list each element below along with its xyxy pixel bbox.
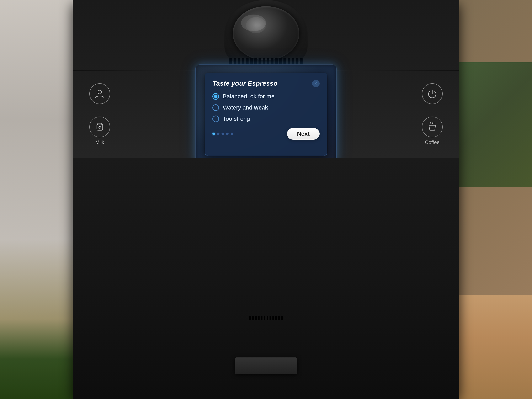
coffee-button[interactable]: Coffee <box>422 117 443 145</box>
person-icon <box>94 88 105 99</box>
vent-lower <box>204 316 328 320</box>
milk-icon-circle <box>89 117 110 137</box>
power-icon <box>427 88 438 99</box>
option-strong[interactable]: Too strong <box>212 115 320 122</box>
bottom-section <box>73 158 459 399</box>
scene: Milk Taste your Espresso × <box>0 0 532 399</box>
taste-options: Balanced, ok for me Watery and weak Too … <box>212 93 320 122</box>
vent-slot <box>272 316 274 320</box>
dot-1 <box>212 133 215 135</box>
vent-slot <box>281 316 283 320</box>
power-icon-circle <box>422 83 443 104</box>
dialog-header: Taste your Espresso × <box>212 80 320 87</box>
taste-dialog: Taste your Espresso × Balanced, ok for m… <box>205 73 327 156</box>
vent-slot <box>267 316 268 320</box>
drip-tray <box>235 357 297 374</box>
grinder-area <box>224 0 308 66</box>
touchscreen[interactable]: Taste your Espresso × Balanced, ok for m… <box>195 64 337 164</box>
dot-5 <box>231 133 233 135</box>
option-watery-label: Watery and weak <box>223 104 268 111</box>
option-balanced-label: Balanced, ok for me <box>223 93 274 100</box>
dot-3 <box>222 133 224 135</box>
vent-slot <box>275 316 277 320</box>
svg-point-0 <box>241 14 266 31</box>
profile-button[interactable] <box>89 83 110 104</box>
background-left <box>0 0 79 399</box>
radio-balanced[interactable] <box>212 93 219 100</box>
milk-icon <box>94 121 106 133</box>
vent-slot <box>270 316 271 320</box>
vent-slot <box>258 316 260 320</box>
dot-2 <box>217 133 219 135</box>
vent-slot <box>252 316 254 320</box>
vent-slot <box>261 316 262 320</box>
dialog-footer: Next <box>212 128 320 140</box>
coffee-icon <box>426 121 438 133</box>
vent-slot <box>278 316 280 320</box>
machine-body: Milk Taste your Espresso × <box>73 0 459 399</box>
close-button[interactable]: × <box>312 80 320 87</box>
option-watery[interactable]: Watery and weak <box>212 104 320 111</box>
grinder-top <box>233 6 299 60</box>
vent-slot <box>255 316 257 320</box>
vent-slot <box>249 316 251 320</box>
radio-watery[interactable] <box>212 104 219 111</box>
grinder-reflection <box>233 6 299 60</box>
control-panel: Milk Taste your Espresso × <box>73 71 459 158</box>
coffee-button-label: Coffee <box>425 139 439 145</box>
milk-button[interactable]: Milk <box>89 117 110 145</box>
option-strong-label: Too strong <box>223 115 250 122</box>
profile-icon-circle <box>89 83 110 104</box>
dialog-title: Taste your Espresso <box>212 80 278 87</box>
option-balanced[interactable]: Balanced, ok for me <box>212 93 320 100</box>
power-button[interactable] <box>422 83 443 104</box>
svg-point-1 <box>98 90 102 94</box>
right-controls: Coffee <box>422 83 443 145</box>
next-button[interactable]: Next <box>287 128 320 140</box>
milk-button-label: Milk <box>95 139 104 145</box>
radio-strong[interactable] <box>212 115 219 122</box>
left-controls: Milk <box>89 83 110 145</box>
vent-slot <box>264 316 265 320</box>
pagination <box>212 133 233 135</box>
coffee-icon-circle <box>422 117 443 137</box>
dot-4 <box>226 133 228 135</box>
